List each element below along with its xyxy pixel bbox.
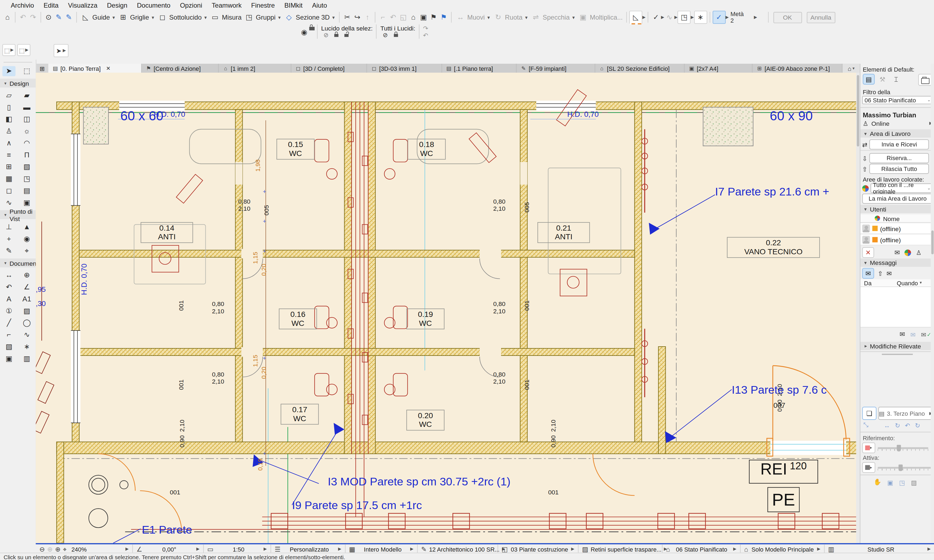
wall-tool[interactable]: ▱ <box>2 90 15 100</box>
slab-tool[interactable]: ▰ <box>20 90 33 100</box>
remove-user-icon[interactable]: ✕ <box>862 247 874 258</box>
mirror-dropdown[interactable]: ⇌ Specchia▼ <box>531 13 576 22</box>
code-001[interactable]: 001 <box>177 300 184 311</box>
spline-tool[interactable]: ∿ <box>20 330 33 340</box>
inbox-icon[interactable]: ✉ <box>862 268 874 278</box>
dim-019[interactable]: 0,19 <box>256 458 264 471</box>
railing-tool[interactable]: Π <box>20 150 33 160</box>
arrow-tool[interactable]: ➤ <box>2 66 15 76</box>
selection-layer-lock-icon[interactable] <box>334 34 339 37</box>
roof-tool[interactable]: ∧ <box>2 138 15 148</box>
room-stamp-014[interactable]: 0.14ANTI <box>140 222 193 243</box>
code-005[interactable]: 005 <box>263 205 270 215</box>
selection-layer-hide-icon[interactable]: ⊘ <box>324 32 328 38</box>
door-dim-rot[interactable]: 0,90 2,10 <box>178 416 185 451</box>
active-opacity-slider[interactable] <box>878 467 933 469</box>
camera-tool[interactable]: ⌖ <box>20 246 33 255</box>
tab-3d-03-imm-1[interactable]: ◻ [3D-03 imm 1] <box>367 64 442 73</box>
circle-tool[interactable]: ◯ <box>20 318 33 328</box>
wall-default-button[interactable]: ▤ <box>863 74 875 85</box>
tab-piano-terra[interactable]: ▤ [0. Piano Terra] ✕ <box>48 64 142 73</box>
setsquare-flyout[interactable]: ▶ <box>642 15 646 20</box>
room-stamp-018[interactable]: 0.18WC <box>407 139 445 160</box>
menu-edita[interactable]: Edita <box>39 2 63 8</box>
pet-flyout[interactable]: ▶ <box>63 48 66 53</box>
code-007[interactable]: 007 <box>773 402 785 410</box>
room-stamp-021[interactable]: 0.21ANTI <box>538 222 590 243</box>
frame-button[interactable]: ◳ <box>678 11 691 24</box>
tab-close-icon[interactable]: ✕ <box>106 66 111 72</box>
line-tool[interactable]: ╱ <box>2 318 15 328</box>
figure-tool[interactable]: ▣ <box>2 353 15 363</box>
trim-icon[interactable]: ⌐ <box>379 13 388 22</box>
tab-centro-azione[interactable]: ⚑ [Centro di Azione] <box>142 64 219 73</box>
groups-dropdown[interactable]: ◳ Gruppi▼ <box>244 13 282 22</box>
label-i7-wall[interactable]: I7 Parete sp 21.6 cm + <box>715 185 829 198</box>
messages-section-header[interactable]: ▼Messaggi <box>860 258 934 267</box>
plan-note-60x90[interactable]: 60 x 90 <box>770 108 813 124</box>
dim-115[interactable]: 1,15 <box>252 252 259 264</box>
multiply-button[interactable]: ▣ Moltiplica... <box>578 13 623 22</box>
guide-lines-dropdown[interactable]: ◺ Guide▼ <box>80 13 116 22</box>
grids-dropdown[interactable]: ⊞ Griglie▼ <box>118 13 155 22</box>
layer-undo-icon[interactable]: ↶ <box>423 32 428 38</box>
dim-115[interactable]: 1,15 <box>252 355 259 367</box>
pe-label[interactable]: PE <box>768 487 800 512</box>
door-dim[interactable]: 0,802,10 <box>207 300 229 315</box>
check-flyout[interactable]: ▶ <box>661 15 664 20</box>
halfway-toggle[interactable]: ✓ <box>712 11 725 24</box>
menu-aiuto[interactable]: Aiuto <box>307 2 332 8</box>
tab-sl20-sezione[interactable]: ⌂ [SL 20 Sezione Edificio] <box>595 64 685 73</box>
redo-icon[interactable]: ↷ <box>29 13 38 22</box>
user-row-1[interactable]: (offline) <box>860 223 934 234</box>
fill-tool[interactable]: ▨ <box>20 306 33 316</box>
send-message-icon[interactable]: ⇧ <box>878 270 883 277</box>
tab-3d-completo[interactable]: ◻ [3D / Completo] <box>291 64 367 73</box>
mesh-tool[interactable]: ▤ <box>20 185 33 195</box>
panel-scrollbar[interactable] <box>931 64 934 543</box>
drawing-tool[interactable]: ▥ <box>20 353 33 363</box>
window-tool[interactable]: ◫ <box>20 114 33 124</box>
menu-bimkit[interactable]: BIMkit <box>279 2 307 8</box>
frame-flyout[interactable]: ▶ <box>691 15 694 20</box>
name-column-header[interactable]: Nome <box>883 215 900 222</box>
move-dropdown[interactable]: ↔ Muovi▼ <box>455 13 491 22</box>
document-section-header[interactable]: ▼Documento <box>0 258 36 267</box>
pet-palette[interactable]: ➤ ▶ <box>54 44 68 57</box>
fit-view-icon[interactable]: ⌖ <box>63 545 67 553</box>
hatch-tool[interactable]: ▧ <box>2 342 15 352</box>
selection-layer-unlock-icon[interactable] <box>345 34 349 37</box>
room-stamp-017[interactable]: 0.17WC <box>281 404 319 425</box>
dim-95[interactable]: ,95 <box>36 285 46 294</box>
code-001[interactable]: 001 <box>548 488 559 495</box>
marquee-method-button[interactable]: ⬚▶ <box>2 44 15 56</box>
menu-teamwork[interactable]: Teamwork <box>207 2 247 8</box>
spline-flyout[interactable]: ▶ <box>674 15 678 20</box>
workspace-section-header[interactable]: ▼Area di Lavoro <box>860 129 934 138</box>
door-dim-rot[interactable]: 0,90 2,10 <box>776 380 783 416</box>
marquee-selection-button[interactable]: ⬚▶ <box>17 44 30 56</box>
menu-visualizza[interactable]: Visualizza <box>63 2 102 8</box>
color-wheel-icon[interactable] <box>905 249 911 255</box>
marquee-tool[interactable]: ⬚ <box>20 66 33 76</box>
undo-icon[interactable]: ↶ <box>18 13 28 22</box>
reply-message-icon[interactable]: ✉ <box>910 331 916 338</box>
polyline-tool[interactable]: ⌐ <box>2 330 15 340</box>
angle-dimension-tool[interactable]: ∠ <box>20 282 33 292</box>
layer-lock-swap-icon[interactable] <box>309 27 314 30</box>
morph-tool[interactable]: ▦ <box>2 174 15 184</box>
door-dim-rot[interactable]: 0,90 2,10 <box>549 416 556 451</box>
tab-2x7-a4[interactable]: ▣ [2x7 A4] <box>685 64 752 73</box>
code-001[interactable]: 001 <box>523 380 530 390</box>
elevation-tool[interactable]: ▲ <box>20 222 33 232</box>
beam-tool[interactable]: ▬ <box>20 102 33 112</box>
curtain-wall-tool[interactable]: ⊞ <box>2 162 15 172</box>
messages-empty-list[interactable]: ▾ <box>860 287 934 328</box>
refresh-reference-icon[interactable]: ↻ <box>915 422 920 429</box>
flag-icon[interactable]: ⚑ <box>429 13 438 22</box>
label-e1-wall[interactable]: E1 Parete <box>142 523 192 537</box>
find-select-icon[interactable]: ⊙ <box>44 13 53 22</box>
plan-note-hd-left[interactable]: H.D. 0,70 <box>154 110 185 119</box>
measure-button[interactable]: ▭ Misura <box>210 13 242 22</box>
canvas-vertical-scrollbar[interactable] <box>856 73 860 543</box>
